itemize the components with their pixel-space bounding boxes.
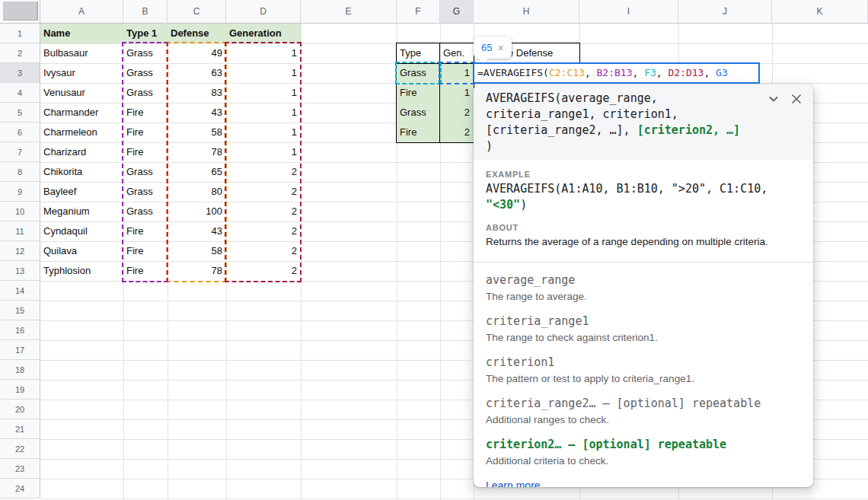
cell-A10[interactable]: Meganium: [40, 202, 123, 221]
cell-A4[interactable]: Venusaur: [40, 83, 123, 103]
column-header-A[interactable]: A: [40, 0, 123, 24]
column-header-D[interactable]: D: [226, 0, 301, 24]
row-header-21[interactable]: 21: [0, 419, 40, 439]
row-header-8[interactable]: 8: [0, 162, 40, 182]
cell-B3[interactable]: Grass: [123, 63, 168, 83]
row-header-19[interactable]: 19: [0, 380, 40, 400]
row-header-3[interactable]: 3: [0, 63, 40, 83]
cell-A13[interactable]: Typhlosion: [40, 261, 123, 281]
cell-B10[interactable]: Grass: [123, 202, 168, 221]
row-header-16[interactable]: 16: [0, 320, 40, 340]
column-header-K[interactable]: K: [772, 0, 868, 24]
cell-D12[interactable]: 2: [226, 241, 301, 261]
column-header-I[interactable]: I: [579, 0, 678, 24]
cell-D13[interactable]: 2: [226, 261, 301, 281]
cell-D3[interactable]: 1: [226, 63, 301, 83]
column-header-J[interactable]: J: [678, 0, 772, 24]
cell-D11[interactable]: 2: [226, 221, 301, 241]
row-header-20[interactable]: 20: [0, 400, 40, 419]
cell-D7[interactable]: 1: [226, 142, 301, 162]
cell-C12[interactable]: 58: [168, 241, 226, 261]
cell-C1[interactable]: Defense: [168, 24, 226, 43]
cell-B13[interactable]: Fire: [123, 261, 168, 281]
cell-B12[interactable]: Fire: [123, 241, 168, 261]
cell-B5[interactable]: Fire: [123, 103, 168, 123]
cell-D10[interactable]: 2: [226, 202, 301, 221]
cell-C13[interactable]: 78: [168, 261, 226, 281]
cell-D5[interactable]: 1: [226, 103, 301, 123]
row-header-12[interactable]: 12: [0, 241, 40, 261]
cell-D6[interactable]: 1: [226, 123, 301, 142]
cell-F3[interactable]: Grass: [397, 63, 440, 83]
cell-C10[interactable]: 100: [168, 202, 226, 221]
row-header-11[interactable]: 11: [0, 221, 40, 241]
formula-cell-editor[interactable]: =AVERAGEIFS(C2:C13, B2:B13, F3, D2:D13, …: [473, 62, 760, 84]
column-header-B[interactable]: B: [123, 0, 168, 24]
cell-A11[interactable]: Cyndaquil: [40, 221, 123, 241]
cell-C6[interactable]: 58: [168, 123, 226, 142]
cell-B7[interactable]: Fire: [123, 142, 168, 162]
cell-C3[interactable]: 63: [168, 63, 226, 83]
cell-A2[interactable]: Bulbasaur: [40, 43, 123, 63]
row-header-2[interactable]: 2: [0, 43, 40, 63]
cell-F6[interactable]: Fire: [397, 123, 440, 142]
learn-more-link[interactable]: Learn more: [486, 479, 541, 487]
cell-C9[interactable]: 80: [168, 182, 226, 202]
cell-C7[interactable]: 78: [168, 142, 226, 162]
cell-G2[interactable]: Gen.: [440, 43, 474, 63]
column-header-E[interactable]: E: [301, 0, 397, 24]
column-header-F[interactable]: F: [397, 0, 440, 24]
select-all-corner[interactable]: [0, 0, 40, 24]
cell-C4[interactable]: 83: [168, 83, 226, 103]
cell-G6[interactable]: 2: [440, 123, 474, 142]
cell-A5[interactable]: Charmander: [40, 103, 123, 123]
row-header-23[interactable]: 23: [0, 459, 40, 479]
cell-A1[interactable]: Name: [40, 24, 123, 43]
cell-D4[interactable]: 1: [226, 83, 301, 103]
row-header-17[interactable]: 17: [0, 340, 40, 360]
popup-close-icon[interactable]: [790, 93, 803, 105]
cell-A8[interactable]: Chikorita: [40, 162, 123, 182]
row-header-15[interactable]: 15: [0, 301, 40, 320]
cell-G5[interactable]: 2: [440, 103, 474, 123]
cell-B4[interactable]: Grass: [123, 83, 168, 103]
cell-F4[interactable]: Fire: [397, 83, 440, 103]
cell-G3[interactable]: 1: [440, 63, 474, 83]
cell-B2[interactable]: Grass: [123, 43, 168, 63]
column-header-H[interactable]: H: [474, 0, 579, 24]
column-header-G[interactable]: G: [440, 0, 474, 24]
row-header-5[interactable]: 5: [0, 103, 40, 123]
cell-A3[interactable]: Ivysaur: [40, 63, 123, 83]
cell-F2[interactable]: Type: [397, 43, 440, 63]
cell-D8[interactable]: 2: [226, 162, 301, 182]
cell-A7[interactable]: Charizard: [40, 142, 123, 162]
row-header-18[interactable]: 18: [0, 360, 40, 380]
cell-B6[interactable]: Fire: [123, 123, 168, 142]
cell-D9[interactable]: 2: [226, 182, 301, 202]
cell-A6[interactable]: Charmeleon: [40, 123, 123, 142]
row-header-1[interactable]: 1: [0, 24, 40, 43]
row-header-22[interactable]: 22: [0, 439, 40, 459]
row-header-6[interactable]: 6: [0, 123, 40, 142]
row-header-9[interactable]: 9: [0, 182, 40, 202]
column-header-C[interactable]: C: [168, 0, 226, 24]
row-header-14[interactable]: 14: [0, 281, 40, 301]
preview-close-icon[interactable]: ×: [497, 42, 503, 54]
cell-D2[interactable]: 1: [226, 43, 301, 63]
row-header-4[interactable]: 4: [0, 83, 40, 103]
row-header-13[interactable]: 13: [0, 261, 40, 281]
row-header-24[interactable]: 24: [0, 479, 40, 498]
collapse-chevron-icon[interactable]: [768, 94, 779, 104]
cell-B9[interactable]: Grass: [123, 182, 168, 202]
row-header-10[interactable]: 10: [0, 202, 40, 221]
cell-C11[interactable]: 43: [168, 221, 226, 241]
cell-D1[interactable]: Generation: [226, 24, 301, 43]
cell-C5[interactable]: 43: [168, 103, 226, 123]
cell-C2[interactable]: 49: [168, 43, 226, 63]
cell-B11[interactable]: Fire: [123, 221, 168, 241]
cell-F5[interactable]: Grass: [397, 103, 440, 123]
row-header-7[interactable]: 7: [0, 142, 40, 162]
cell-A9[interactable]: Bayleef: [40, 182, 123, 202]
cell-A12[interactable]: Quilava: [40, 241, 123, 261]
cell-G4[interactable]: 1: [440, 83, 474, 103]
